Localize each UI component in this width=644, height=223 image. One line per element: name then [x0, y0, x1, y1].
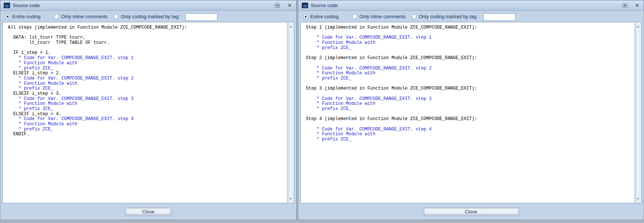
- code-line: " Function Module with: [306, 132, 634, 137]
- code-line: " Function Module with: [8, 61, 287, 66]
- close-window-button[interactable]: ✕: [287, 3, 293, 8]
- window-title: Source code: [311, 3, 338, 8]
- code-line: ENDIF.: [8, 132, 287, 137]
- code-line: " Code for Var. COMPCODE_RANGE_EXIT. ste…: [306, 66, 634, 71]
- radio-button-icon: [412, 14, 417, 19]
- code-line: " Code for Var. COMPCODE_RANGE_EXIT. ste…: [8, 76, 287, 81]
- code-view[interactable]: All steps (implemented in Function Modul…: [3, 23, 287, 203]
- tag-input[interactable]: [483, 13, 515, 21]
- code-line: [8, 46, 287, 51]
- close-window-button[interactable]: ✕: [634, 3, 640, 8]
- code-line: " Code for Var. COMPCODE_RANGE_EXIT. ste…: [306, 97, 634, 102]
- radio-button-icon: [54, 14, 59, 19]
- code-line: [306, 30, 634, 36]
- scroll-down-button[interactable]: [635, 196, 641, 202]
- window-body: Entire coding Only inline comments Only …: [0, 11, 296, 220]
- code-line: All steps (implemented in Function Modul…: [8, 25, 287, 30]
- radio-label: Only coding marked by tag:: [419, 14, 478, 19]
- code-line: [306, 81, 634, 87]
- radio-label: Entire coding: [310, 14, 339, 19]
- code-line: ELSEIF i_step = 2.: [8, 71, 287, 76]
- code-line: " prefix ZCE_: [306, 137, 634, 142]
- code-line: [8, 30, 287, 36]
- window-controls: ✕: [274, 3, 293, 8]
- close-icon: ✕: [635, 3, 639, 8]
- code-line: " prefix ZCE_: [306, 76, 634, 81]
- window-title: Source code: [13, 3, 40, 8]
- restore-button[interactable]: [274, 3, 281, 8]
- button-row: Close: [2, 203, 294, 220]
- close-button-label: Close: [142, 209, 154, 214]
- filter-radio-row: Entire coding Only inline comments Only …: [2, 12, 294, 22]
- radio-only-coding-marked-by-tag[interactable]: Only coding marked by tag:: [412, 14, 478, 19]
- code-line: " Code for Var. COMPCODE_RANGE_EXIT. ste…: [8, 117, 287, 122]
- code-line: " Function Module with: [306, 101, 634, 107]
- button-row: Close: [300, 203, 642, 220]
- code-view[interactable]: Step 1 (implemented in Function Module Z…: [301, 23, 634, 203]
- close-button[interactable]: Close: [125, 207, 172, 216]
- window-controls: ✕: [622, 3, 640, 8]
- scroll-up-button[interactable]: [287, 23, 294, 29]
- radio-button-icon: [303, 14, 308, 19]
- radio-label: Entire coding: [12, 14, 41, 19]
- code-line: " prefix ZCE_: [306, 46, 634, 51]
- radio-button-icon: [114, 14, 119, 19]
- vertical-scrollbar[interactable]: [287, 23, 294, 203]
- radio-only-coding-marked-by-tag[interactable]: Only coding marked by tag:: [114, 14, 179, 19]
- close-button[interactable]: Close: [423, 207, 520, 216]
- restore-icon: [275, 4, 280, 7]
- scroll-up-icon: [289, 26, 292, 28]
- code-line: " prefix ZCE_: [8, 107, 287, 112]
- code-line: DATA: lst_tcurr TYPE tcurr,: [8, 35, 287, 41]
- restore-icon: [622, 4, 627, 7]
- code-line: Step 2 (implemented in Function Module Z…: [306, 56, 634, 61]
- radio-label: Only inline comments: [61, 14, 107, 19]
- titlebar[interactable]: cp Source code ✕: [0, 0, 296, 11]
- code-line: ELSEIF i_step = 4.: [8, 112, 287, 117]
- code-line: " Code for Var. COMPCODE_RANGE_EXIT. ste…: [306, 35, 634, 41]
- scroll-down-button[interactable]: [287, 196, 294, 202]
- scroll-up-button[interactable]: [635, 23, 641, 29]
- scroll-up-icon: [637, 26, 640, 28]
- titlebar[interactable]: cp Source code ✕: [298, 0, 644, 11]
- restore-button[interactable]: [622, 3, 628, 8]
- code-line: [306, 51, 634, 56]
- radio-entire-coding[interactable]: Entire coding: [303, 14, 339, 19]
- code-line: " Function Module with: [8, 81, 287, 87]
- code-line: " Code for Var. COMPCODE_RANGE_EXIT. ste…: [8, 56, 287, 61]
- code-line: " Function Module with: [8, 122, 287, 127]
- vertical-scrollbar[interactable]: [634, 23, 641, 203]
- filter-radio-row: Entire coding Only inline comments Only …: [300, 12, 642, 22]
- code-line: " prefix ZCE_: [8, 86, 287, 91]
- code-line: Step 4 (implemented in Function Module Z…: [306, 117, 634, 122]
- close-button-focus: Close: [126, 209, 171, 215]
- code-line: ELSEIF i_step = 3.: [8, 91, 287, 97]
- scroll-down-icon: [289, 198, 292, 200]
- close-button-label: Close: [465, 209, 477, 214]
- code-line: " Function Module with: [306, 71, 634, 76]
- code-line: [306, 91, 634, 97]
- radio-button-icon: [352, 14, 357, 19]
- code-line: " prefix ZCE_: [8, 66, 287, 71]
- code-panel: Step 1 (implemented in Function Module Z…: [300, 22, 642, 203]
- code-line: " Code for Var. COMPCODE_RANGE_EXIT. ste…: [306, 127, 634, 132]
- close-icon: ✕: [288, 3, 292, 8]
- radio-label: Only inline comments: [359, 14, 405, 19]
- code-line: " Function Module with: [306, 41, 634, 46]
- close-button-focus: Close: [424, 209, 518, 215]
- radio-entire-coding[interactable]: Entire coding: [5, 14, 41, 19]
- code-line: lt_tcurr TYPE TABLE OF tcurr.: [8, 41, 287, 46]
- radio-only-inline-comments[interactable]: Only inline comments: [352, 14, 405, 19]
- code-line: [306, 61, 634, 66]
- code-line: " prefix ZCE_: [306, 107, 634, 112]
- code-panel: All steps (implemented in Function Modul…: [2, 22, 294, 203]
- source-code-window-right: cp Source code ✕ Entire coding Only inli…: [298, 0, 644, 220]
- window-body: Entire coding Only inline comments Only …: [298, 11, 644, 220]
- source-code-window-left: cp Source code ✕ Entire coding Only inli…: [0, 0, 297, 220]
- tag-input[interactable]: [185, 13, 217, 21]
- code-line: Step 1 (implemented in Function Module Z…: [306, 25, 634, 30]
- radio-only-inline-comments[interactable]: Only inline comments: [54, 14, 107, 19]
- code-line: " prefix ZCE_: [8, 127, 287, 132]
- code-line: Step 3 (implemented in Function Module Z…: [306, 86, 634, 91]
- window-icon: cp: [302, 3, 308, 8]
